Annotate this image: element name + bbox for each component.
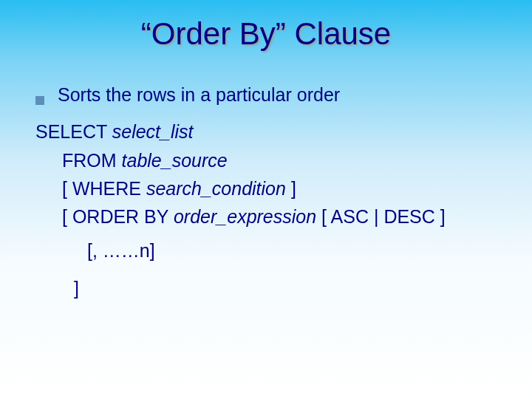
- slide-body: Sorts the rows in a particular order SEL…: [35, 81, 510, 303]
- syntax-block: SELECT select_list FROM table_source [ W…: [35, 118, 510, 301]
- syntax-line-select: SELECT select_list: [35, 118, 510, 145]
- slide-title: “Order By” Clause: [0, 16, 532, 52]
- syntax-line-from: FROM table_source: [35, 147, 510, 174]
- syntax-line-orderby: [ ORDER BY order_expression [ ASC | DESC…: [35, 203, 510, 230]
- syntax-line-close: ]: [35, 275, 510, 301]
- bullet-item: Sorts the rows in a particular order: [35, 81, 510, 108]
- syntax-line-where: [ WHERE search_condition ]: [35, 175, 510, 202]
- slide: “Order By” Clause Sorts the rows in a pa…: [0, 0, 532, 399]
- square-bullet-icon: [35, 96, 44, 105]
- bullet-text: Sorts the rows in a particular order: [58, 81, 340, 108]
- syntax-line-repeat: [, ……n]: [35, 237, 510, 264]
